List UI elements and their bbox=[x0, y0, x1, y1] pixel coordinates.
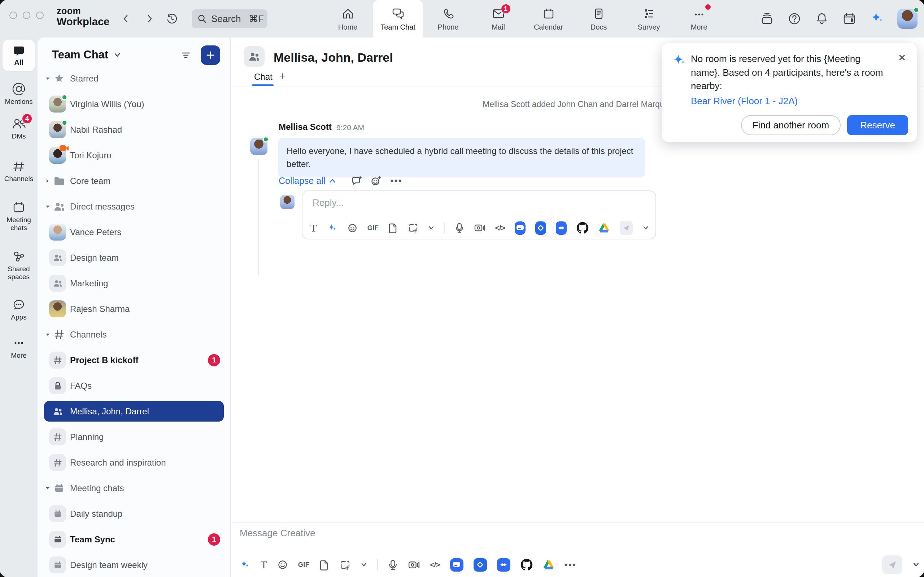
history-icon[interactable] bbox=[165, 12, 178, 25]
tab-team-chat[interactable]: Team Chat bbox=[373, 0, 423, 37]
meeting-daily-standup[interactable]: Daily standup bbox=[37, 501, 230, 527]
section-starred[interactable]: Starred bbox=[37, 66, 230, 91]
code-snippet-icon[interactable]: </> bbox=[495, 224, 505, 232]
channel-project-b-kickoff[interactable]: Project B kickoff 1 bbox=[37, 347, 230, 373]
composer-input[interactable] bbox=[239, 527, 744, 539]
rail-item-meeting-chats[interactable]: Meeting chats bbox=[0, 200, 37, 232]
tab-home[interactable]: Home bbox=[323, 0, 373, 37]
help-icon[interactable] bbox=[787, 11, 802, 26]
caret-down-icon[interactable] bbox=[45, 76, 52, 82]
tab-chat[interactable]: Chat bbox=[254, 72, 273, 82]
format-text-icon[interactable]: T bbox=[261, 559, 267, 571]
rail-item-apps[interactable]: Apps bbox=[0, 298, 37, 321]
close-icon[interactable]: ✕ bbox=[898, 52, 906, 63]
reserve-button[interactable]: Reserve bbox=[847, 115, 908, 135]
microphone-icon[interactable] bbox=[388, 559, 398, 571]
search-input[interactable] bbox=[210, 13, 245, 25]
github-app-icon[interactable] bbox=[520, 559, 533, 571]
rail-item-more[interactable]: More bbox=[0, 336, 37, 359]
tab-survey[interactable]: Survey bbox=[624, 0, 674, 37]
reply-box[interactable]: T GIF bbox=[302, 190, 656, 239]
section-meeting-chats[interactable]: Meeting chats bbox=[37, 475, 230, 501]
gif-icon[interactable]: GIF bbox=[367, 224, 379, 232]
jira-app-icon[interactable] bbox=[535, 221, 546, 235]
rail-item-dms[interactable]: 4 DMs bbox=[0, 117, 37, 140]
channel-planning[interactable]: Planning bbox=[37, 424, 230, 450]
notifications-icon[interactable] bbox=[814, 11, 829, 26]
microphone-icon[interactable] bbox=[455, 222, 464, 233]
meeting-team-sync[interactable]: Team Sync 1 bbox=[37, 527, 230, 552]
message-author-avatar[interactable] bbox=[250, 138, 267, 155]
gif-icon[interactable]: GIF bbox=[298, 561, 310, 569]
send-button[interactable] bbox=[882, 555, 902, 574]
dropbox-app-icon[interactable] bbox=[497, 558, 510, 572]
close-window-button[interactable] bbox=[10, 11, 17, 19]
message-author[interactable]: Mellisa Scott bbox=[279, 122, 332, 132]
dm-nabil-rashad[interactable]: Nabil Rashad bbox=[37, 117, 230, 142]
zoom-window-button[interactable] bbox=[36, 11, 44, 19]
sidebar-title-dropdown[interactable]: Team Chat bbox=[52, 48, 121, 61]
schedule-icon[interactable] bbox=[842, 11, 857, 26]
profile-avatar[interactable] bbox=[897, 9, 918, 29]
google-drive-app-icon[interactable] bbox=[598, 222, 610, 233]
back-button[interactable] bbox=[120, 12, 132, 25]
ai-compose-icon[interactable] bbox=[239, 559, 250, 571]
ai-companion-icon[interactable] bbox=[869, 11, 885, 27]
more-actions-icon[interactable]: ••• bbox=[390, 175, 402, 187]
window-controls[interactable] bbox=[10, 11, 44, 19]
emoji-icon[interactable] bbox=[277, 559, 288, 570]
zoom-app-icon[interactable] bbox=[450, 558, 464, 572]
channel-research-and-inspiration[interactable]: Research and inspiration bbox=[37, 450, 230, 475]
group-design-team[interactable]: Design team bbox=[37, 245, 230, 271]
rail-item-channels[interactable]: Channels bbox=[0, 160, 37, 183]
forward-button[interactable] bbox=[143, 12, 156, 25]
tab-mail[interactable]: 1 Mail bbox=[473, 0, 523, 37]
tab-calendar[interactable]: Calendar bbox=[523, 0, 573, 37]
room-suggestion-link[interactable]: Bear River (Floor 1 - J2A) bbox=[691, 95, 798, 107]
add-reply-icon[interactable] bbox=[351, 176, 362, 187]
add-chat-button[interactable] bbox=[201, 45, 220, 65]
tab-more[interactable]: More bbox=[674, 0, 724, 37]
channel-mellisa-john-darrel[interactable]: Mellisa, John, Darrel bbox=[37, 398, 230, 424]
section-direct-messages[interactable]: Direct messages bbox=[37, 193, 230, 219]
caret-right-icon[interactable] bbox=[45, 178, 52, 184]
group-marketing[interactable]: Marketing bbox=[37, 271, 230, 296]
rail-item-shared-spaces[interactable]: Shared spaces bbox=[0, 250, 37, 281]
caret-down-icon[interactable] bbox=[45, 332, 52, 338]
search-bar[interactable]: ⌘F bbox=[192, 10, 267, 28]
rail-item-all[interactable]: All bbox=[3, 40, 35, 71]
rail-item-mentions[interactable]: Mentions bbox=[0, 82, 37, 106]
screenshot-icon[interactable] bbox=[339, 559, 351, 571]
folder-core-team[interactable]: Core team bbox=[37, 168, 230, 193]
github-app-icon[interactable] bbox=[577, 222, 589, 234]
google-drive-app-icon[interactable] bbox=[543, 559, 554, 570]
dropbox-app-icon[interactable] bbox=[556, 221, 567, 235]
emoji-icon[interactable] bbox=[347, 223, 358, 233]
video-clip-icon[interactable] bbox=[408, 560, 420, 570]
caret-down-icon[interactable] bbox=[45, 204, 52, 210]
minimize-window-button[interactable] bbox=[23, 11, 30, 19]
code-snippet-icon[interactable]: </> bbox=[430, 561, 439, 569]
filter-icon[interactable] bbox=[180, 49, 192, 61]
channel-faqs[interactable]: FAQs bbox=[37, 373, 230, 398]
reply-input[interactable] bbox=[312, 197, 564, 209]
dm-vance-peters[interactable]: Vance Peters bbox=[37, 219, 230, 245]
send-button[interactable] bbox=[620, 221, 633, 235]
send-options-chevron-icon[interactable] bbox=[643, 225, 649, 231]
meeting-design-team-weekly[interactable]: Design team weekly bbox=[37, 552, 230, 577]
zoom-app-icon[interactable] bbox=[515, 221, 525, 235]
send-options-chevron-icon[interactable] bbox=[913, 561, 920, 568]
file-icon[interactable] bbox=[388, 222, 398, 233]
dm-tori-kojuro[interactable]: Tori Kojuro bbox=[37, 142, 230, 168]
screenshot-icon[interactable] bbox=[407, 222, 418, 233]
ai-compose-icon[interactable] bbox=[327, 222, 338, 233]
jira-app-icon[interactable] bbox=[473, 558, 487, 572]
more-tools-icon[interactable]: ••• bbox=[564, 559, 577, 571]
caret-down-icon[interactable] bbox=[45, 485, 52, 491]
find-another-room-button[interactable]: Find another room bbox=[741, 115, 841, 135]
tab-phone[interactable]: Phone bbox=[423, 0, 473, 37]
add-tab-button[interactable]: + bbox=[279, 70, 286, 82]
section-channels[interactable]: Channels bbox=[37, 322, 230, 347]
file-icon[interactable] bbox=[320, 559, 329, 571]
chevron-down-icon[interactable] bbox=[360, 561, 367, 568]
